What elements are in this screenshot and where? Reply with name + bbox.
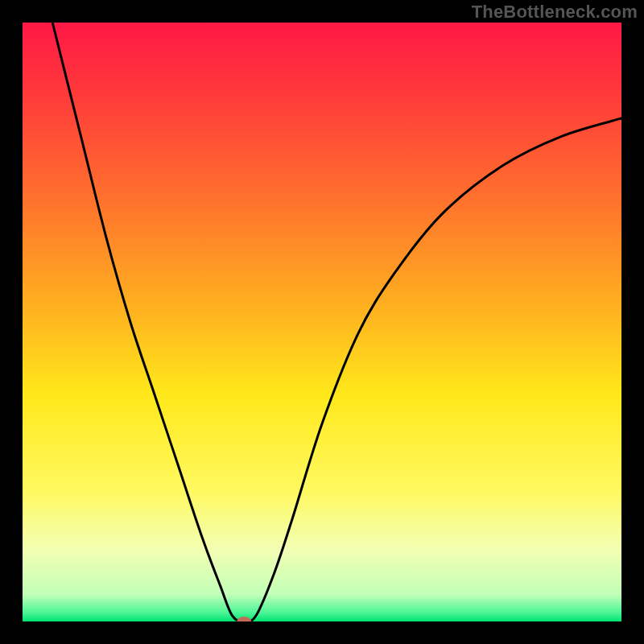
plot-area <box>23 23 621 621</box>
bottleneck-chart <box>23 23 621 621</box>
watermark-text: TheBottleneck.com <box>472 2 638 23</box>
gradient-background <box>23 23 621 621</box>
chart-frame: TheBottleneck.com <box>0 0 644 644</box>
